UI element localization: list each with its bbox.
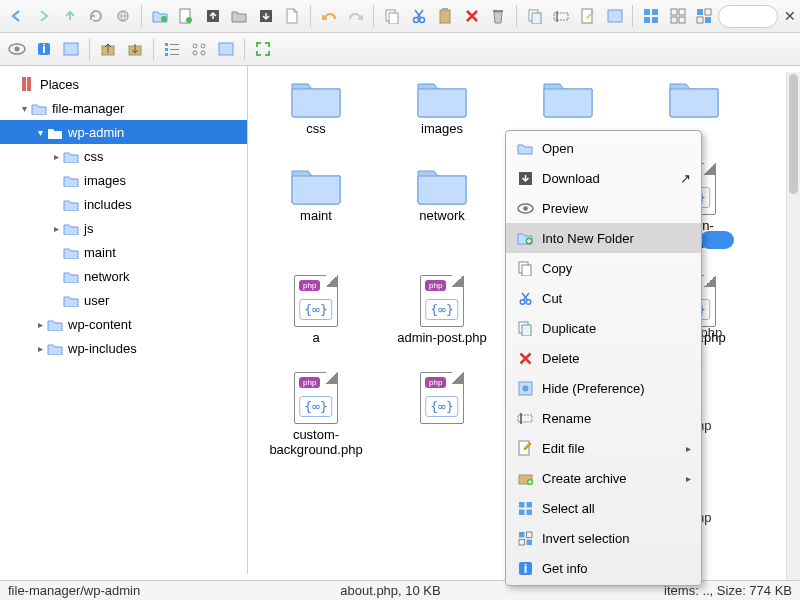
tree-item-user[interactable]: user xyxy=(0,288,247,312)
archive-button[interactable] xyxy=(122,36,148,62)
select-invert-button[interactable] xyxy=(691,3,717,29)
copy-icon xyxy=(514,261,536,276)
getfile-button[interactable] xyxy=(280,3,306,29)
tree-item-wp-includes[interactable]: ▸wp-includes xyxy=(0,336,247,360)
svg-rect-71 xyxy=(526,509,532,515)
folder-item[interactable] xyxy=(520,76,616,137)
expand-arrow-icon[interactable]: ▾ xyxy=(18,103,30,114)
folder-icon xyxy=(62,291,80,309)
scrollbar[interactable] xyxy=(786,72,800,580)
new-file-button[interactable] xyxy=(173,3,199,29)
places-header: Places xyxy=(0,72,247,96)
cut-button[interactable] xyxy=(406,3,432,29)
places-label: Places xyxy=(40,77,79,92)
copy-button[interactable] xyxy=(379,3,405,29)
expand-arrow-icon[interactable]: ▸ xyxy=(50,223,62,234)
help-button[interactable] xyxy=(213,36,239,62)
rename-button[interactable] xyxy=(549,3,575,29)
folder-item[interactable]: network xyxy=(394,163,490,249)
search-input[interactable] xyxy=(718,5,778,28)
menu-preview[interactable]: Preview xyxy=(506,193,701,223)
menu-cut[interactable]: Cut xyxy=(506,283,701,313)
select-none-button[interactable] xyxy=(665,3,691,29)
svg-rect-40 xyxy=(165,48,168,51)
delete-button[interactable] xyxy=(459,3,485,29)
redo-button[interactable] xyxy=(343,3,369,29)
duplicate-button[interactable] xyxy=(522,3,548,29)
info-button[interactable]: i xyxy=(31,36,57,62)
netmount-button[interactable] xyxy=(110,3,136,29)
tree-item-maint[interactable]: maint xyxy=(0,240,247,264)
menu-open[interactable]: Open xyxy=(506,133,701,163)
tree-item-css[interactable]: ▸css xyxy=(0,144,247,168)
svg-rect-73 xyxy=(526,532,532,538)
back-button[interactable] xyxy=(4,3,30,29)
new-folder-button[interactable] xyxy=(147,3,173,29)
file-item[interactable]: php{∞} xyxy=(394,372,490,458)
folder-item[interactable]: css xyxy=(268,76,364,137)
archive-icon xyxy=(514,472,536,485)
select-all-button[interactable] xyxy=(638,3,664,29)
list-view-button[interactable] xyxy=(159,36,185,62)
empty-button[interactable] xyxy=(486,3,512,29)
tree-item-wp-admin[interactable]: ▾wp-admin xyxy=(0,120,247,144)
open-button[interactable] xyxy=(226,3,252,29)
extract-button[interactable] xyxy=(95,36,121,62)
menu-download[interactable]: Download↗ xyxy=(506,163,701,193)
delete-icon xyxy=(514,352,536,365)
menu-select-all[interactable]: Select all xyxy=(506,493,701,523)
reload-button[interactable] xyxy=(84,3,110,29)
menu-create-archive[interactable]: Create archive▸ xyxy=(506,463,701,493)
folder-item[interactable]: images xyxy=(394,76,490,137)
edit-button[interactable] xyxy=(575,3,601,29)
duplicate-icon xyxy=(514,321,536,336)
up-button[interactable] xyxy=(57,3,83,29)
forward-button[interactable] xyxy=(31,3,57,29)
menu-rename[interactable]: Rename xyxy=(506,403,701,433)
folder-item[interactable]: maint xyxy=(268,163,364,249)
fullscreen-button[interactable] xyxy=(250,36,276,62)
search-clear-icon[interactable]: ✕ xyxy=(784,8,796,24)
expand-arrow-icon[interactable]: ▸ xyxy=(34,319,46,330)
file-item[interactable]: php{∞}custom-background.php xyxy=(268,372,364,458)
menu-duplicate[interactable]: Duplicate xyxy=(506,313,701,343)
sidebar: Places ▾file-manager▾wp-admin▸cssimagesi… xyxy=(0,66,248,574)
tree-item-images[interactable]: images xyxy=(0,168,247,192)
svg-rect-15 xyxy=(554,13,568,20)
expand-arrow-icon[interactable]: ▸ xyxy=(50,151,62,162)
menu-copy[interactable]: Copy xyxy=(506,253,701,283)
download-button[interactable] xyxy=(253,3,279,29)
menu-into-new-folder[interactable]: Into New Folder xyxy=(506,223,701,253)
preview-button[interactable] xyxy=(4,36,30,62)
menu-delete[interactable]: Delete xyxy=(506,343,701,373)
scrollbar-thumb[interactable] xyxy=(789,74,798,194)
svg-point-46 xyxy=(193,51,197,55)
folder-item[interactable] xyxy=(646,76,742,137)
sort-button[interactable] xyxy=(186,36,212,62)
search-box: ✕ xyxy=(718,5,796,28)
tree-item-network[interactable]: network xyxy=(0,264,247,288)
quicklook-button[interactable] xyxy=(58,36,84,62)
expand-arrow-icon[interactable]: ▸ xyxy=(34,343,46,354)
menu-get-info[interactable]: iGet info xyxy=(506,553,701,583)
tree-item-file-manager[interactable]: ▾file-manager xyxy=(0,96,247,120)
tree-item-includes[interactable]: includes xyxy=(0,192,247,216)
item-label: maint xyxy=(300,209,332,224)
svg-point-44 xyxy=(193,44,197,48)
folder-icon xyxy=(30,99,48,117)
paste-button[interactable] xyxy=(432,3,458,29)
menu-edit-file[interactable]: Edit file▸ xyxy=(506,433,701,463)
folder-icon xyxy=(62,243,80,261)
menu-label: Delete xyxy=(542,351,691,366)
resize-button[interactable] xyxy=(602,3,628,29)
upload-button[interactable] xyxy=(200,3,226,29)
tree-item-wp-content[interactable]: ▸wp-content xyxy=(0,312,247,336)
expand-arrow-icon[interactable]: ▾ xyxy=(34,127,46,138)
file-item[interactable]: php{∞}admin-post.php xyxy=(394,275,490,346)
file-item[interactable]: php{∞}a xyxy=(268,275,364,346)
svg-rect-42 xyxy=(165,53,168,56)
menu-invert-selection[interactable]: Invert selection xyxy=(506,523,701,553)
undo-button[interactable] xyxy=(316,3,342,29)
menu-hide[interactable]: Hide (Preference) xyxy=(506,373,701,403)
tree-item-js[interactable]: ▸js xyxy=(0,216,247,240)
